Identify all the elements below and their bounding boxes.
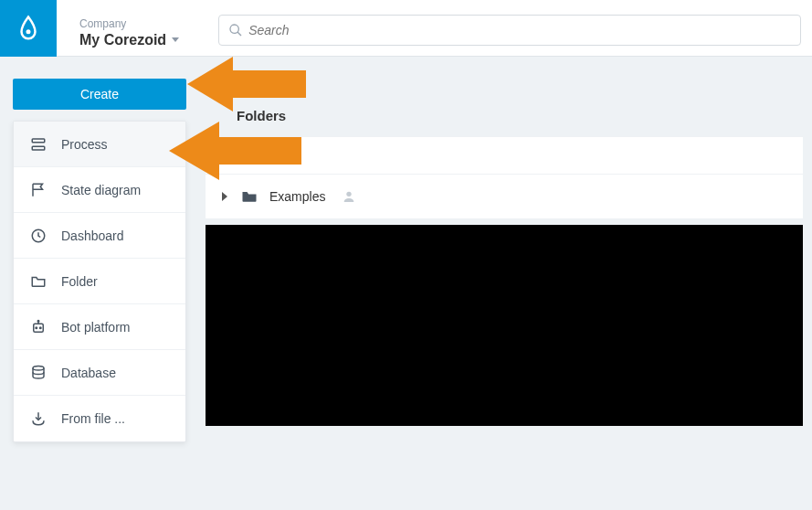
menu-item-label: Process	[61, 137, 108, 152]
create-button[interactable]: Create	[13, 79, 186, 110]
menu-item-process[interactable]: Process	[14, 122, 185, 167]
redacted-area	[206, 225, 803, 426]
folder-shared-icon	[240, 187, 258, 206]
svg-point-10	[33, 366, 44, 370]
company-label: Company	[79, 17, 179, 30]
create-panel: Create Process State diagram Dashboard	[13, 79, 186, 442]
svg-line-2	[237, 32, 241, 36]
annotation-arrow-create	[187, 48, 315, 121]
menu-item-label: Bot platform	[61, 320, 130, 335]
company-name: My Corezoid	[79, 32, 166, 48]
clock-icon	[30, 228, 47, 244]
menu-item-label: Database	[61, 366, 116, 380]
menu-item-state-diagram[interactable]: State diagram	[14, 167, 185, 213]
search-box[interactable]	[218, 15, 801, 46]
menu-item-dashboard[interactable]: Dashboard	[14, 213, 185, 259]
menu-item-from-file[interactable]: From file ...	[14, 396, 185, 441]
flag-icon	[30, 182, 47, 198]
svg-point-8	[40, 327, 42, 329]
svg-point-9	[37, 320, 39, 322]
svg-point-1	[230, 25, 238, 33]
svg-rect-4	[32, 146, 45, 150]
menu-item-label: Dashboard	[61, 228, 124, 243]
menu-item-database[interactable]: Database	[14, 350, 185, 396]
menu-item-bot-platform[interactable]: Bot platform	[14, 304, 185, 350]
search-input[interactable]	[248, 23, 791, 37]
bot-icon	[30, 319, 47, 335]
menu-item-folder[interactable]: Folder	[14, 259, 185, 304]
svg-rect-3	[32, 139, 45, 143]
top-bar: Company My Corezoid	[0, 0, 812, 57]
list-item-name: Examples	[269, 189, 325, 204]
svg-point-11	[347, 192, 352, 197]
menu-item-label: From file ...	[61, 411, 125, 426]
download-icon	[30, 410, 47, 427]
create-menu: Process State diagram Dashboard Folder	[13, 121, 186, 442]
database-icon	[30, 365, 47, 381]
expand-arrow-icon[interactable]	[222, 192, 227, 201]
chevron-down-icon	[172, 37, 179, 42]
menu-item-label: State diagram	[61, 183, 141, 197]
folder-icon	[30, 273, 47, 290]
user-icon	[342, 189, 356, 204]
annotation-arrow-process	[169, 114, 306, 187]
app-logo[interactable]	[0, 0, 57, 57]
process-icon	[30, 136, 47, 153]
menu-item-label: Folder	[61, 274, 98, 289]
svg-point-0	[26, 29, 31, 34]
svg-marker-12	[187, 57, 306, 112]
svg-marker-13	[169, 122, 301, 180]
svg-point-7	[36, 327, 37, 329]
company-selector[interactable]: Company My Corezoid	[57, 0, 195, 56]
search-icon	[228, 23, 243, 37]
